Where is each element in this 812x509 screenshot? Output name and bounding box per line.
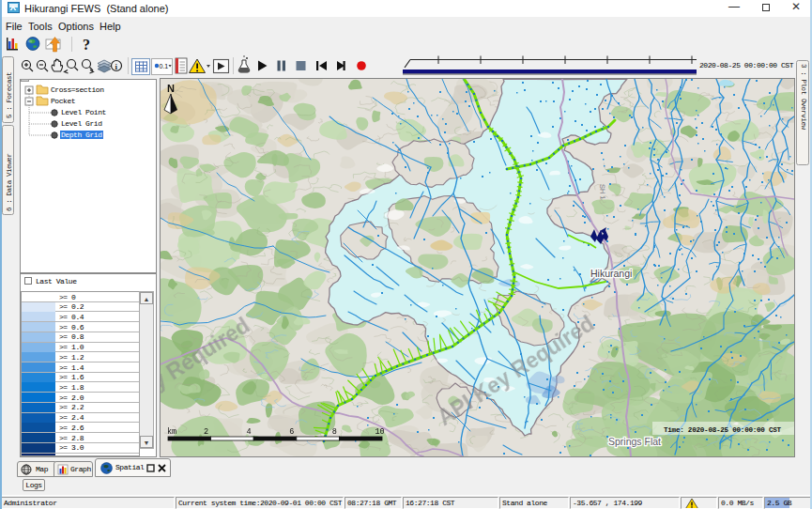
svg-text:4: 4 xyxy=(247,427,252,437)
svg-text:Hikurangi: Hikurangi xyxy=(590,268,632,279)
svg-text:8: 8 xyxy=(332,427,337,437)
svg-text:10: 10 xyxy=(375,427,384,437)
svg-text:6 : Data Viewer: 6 : Data Viewer xyxy=(6,153,13,211)
svg-text:km: km xyxy=(167,427,176,437)
svg-text:0.1: 0.1 xyxy=(160,63,169,69)
svg-text:5 : Forecast: 5 : Forecast xyxy=(6,72,13,118)
svg-text:6: 6 xyxy=(289,427,294,437)
svg-text:2: 2 xyxy=(204,427,208,437)
svg-text:Springs Flat: Springs Flat xyxy=(608,436,661,447)
svg-text:Time: 2020-08-25 00:00:00 CST: Time: 2020-08-25 00:00:00 CST xyxy=(664,426,782,434)
svg-text:SH 1: SH 1 xyxy=(598,184,607,200)
svg-text:?: ? xyxy=(83,37,90,53)
svg-text:i: i xyxy=(115,62,118,71)
svg-text:N: N xyxy=(167,83,175,94)
svg-text:3 : Plot Overview: 3 : Plot Overview xyxy=(800,64,807,131)
